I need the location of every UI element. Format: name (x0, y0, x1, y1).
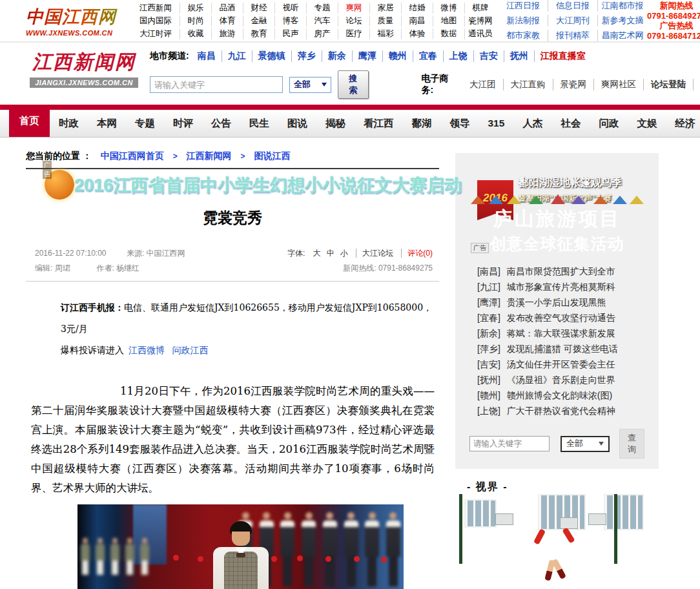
channel-link[interactable]: 财经 (243, 3, 274, 14)
channel-link[interactable]: 娱乐 (180, 3, 211, 14)
city-link[interactable]: 景德镇 (252, 50, 292, 62)
header-search-category-select[interactable]: 全部 (289, 77, 331, 93)
city-link[interactable]: 宜春 (413, 50, 444, 62)
channel-link[interactable]: 爽网 (338, 3, 369, 14)
channel-link[interactable]: 收藏 (180, 28, 211, 39)
channel-link[interactable]: 通讯员 (464, 28, 496, 39)
header-search-input[interactable] (150, 76, 283, 93)
weibo-link[interactable]: 江西微博 (129, 345, 165, 355)
city-link[interactable]: 新余 (322, 50, 353, 62)
channel-link[interactable]: 体育 (211, 16, 243, 26)
nav-item[interactable]: 专题 (126, 110, 164, 137)
nav-item[interactable]: 鄱湖 (403, 110, 441, 137)
channel-link[interactable]: 体验 (401, 28, 433, 39)
news-link[interactable]: 城市形象宣传片亮相莫斯科 (507, 282, 615, 292)
city-link[interactable]: 赣州 (383, 50, 413, 62)
channel-link[interactable]: 论坛 (338, 16, 369, 26)
list-item[interactable]: [赣州]赣州旅博会文化韵味浓(图) (477, 388, 644, 403)
newspaper-link[interactable]: 江南都市报 (597, 0, 647, 12)
news-link[interactable]: 汤文仙任井开区管委会主任 (507, 359, 615, 369)
sidebar-search-category-select[interactable]: 全部 (561, 436, 610, 452)
list-item[interactable]: [南昌]南昌市限贷范围扩大到全市 (477, 264, 644, 279)
channel-link[interactable]: 品酒 (211, 3, 243, 14)
live-room-link[interactable]: 江报直播室 (540, 50, 586, 62)
channel-link[interactable]: 质量 (369, 16, 401, 26)
channel-link[interactable]: 教育 (243, 28, 274, 39)
font-size-option[interactable]: 小 (340, 249, 348, 258)
nav-item[interactable]: 时评 (164, 110, 202, 137)
newspaper-link[interactable]: 信息日报 (548, 0, 597, 12)
jxnews-logo[interactable]: 江西新闻网 JIANGXI.JXNEWS.COM.CN (30, 49, 138, 88)
channel-link[interactable]: 家居 (369, 3, 401, 14)
ecommerce-link[interactable]: 景瓷网 (553, 79, 595, 90)
newspaper-link[interactable]: 江西日报 (499, 0, 548, 12)
nav-item[interactable]: 看江西 (355, 110, 403, 137)
news-link[interactable]: 《汤显祖》音乐剧走向世界 (507, 375, 615, 385)
nav-item[interactable]: 领导 (441, 110, 479, 137)
channel-link[interactable]: 南昌 (401, 16, 433, 26)
nav-item[interactable]: 本网 (88, 110, 126, 137)
news-link[interactable]: 南昌市限贷范围扩大到全市 (507, 266, 615, 276)
city-link[interactable]: 上饶 (444, 50, 474, 62)
list-item[interactable]: [九江]城市形象宣传片亮相莫斯科 (477, 279, 644, 294)
channel-link[interactable]: 民声 (274, 28, 306, 39)
header-search-button[interactable]: 搜索 (338, 70, 368, 99)
nav-item[interactable]: 经济 (666, 110, 700, 137)
channel-link[interactable]: 大江时评 (132, 28, 180, 39)
list-item[interactable]: [新余]蒋斌：靠大联强谋求新发展 (477, 326, 644, 341)
newspaper-link[interactable]: 新法制报 (499, 15, 548, 26)
list-item[interactable]: [鹰潭]贵溪一小学后山发现黑熊 (477, 294, 644, 310)
channel-link[interactable]: 瓷博网 (464, 16, 496, 26)
list-item[interactable]: [宜春]发布改善空气攻坚行动通告 (477, 310, 644, 326)
newspaper-link[interactable]: 新参考文摘 (597, 15, 647, 26)
sidebar-search-input[interactable] (469, 436, 550, 451)
newspaper-link[interactable]: 昌南艺术网 (597, 30, 647, 41)
list-item[interactable]: [吉安]汤文仙任井开区管委会主任 (477, 356, 644, 372)
channel-link[interactable]: 福彩 (369, 28, 401, 39)
newspaper-link[interactable]: 大江周刊 (548, 15, 597, 26)
nav-item[interactable]: 问政 (590, 110, 628, 137)
sidebar-search-button[interactable]: 查询 (619, 429, 644, 459)
list-item[interactable]: [抚州]《汤显祖》音乐剧走向世界 (477, 372, 644, 388)
newspaper-link[interactable]: 都市家教 (499, 30, 548, 41)
nav-item[interactable]: 文娱 (628, 110, 666, 137)
channel-link[interactable]: 视听 (274, 3, 306, 14)
news-link[interactable]: 蒋斌：靠大联强谋求新发展 (507, 328, 615, 338)
sidebar-ad-lushan[interactable]: 庐山旅游项目 创意全球征集活动 广告 (469, 206, 644, 254)
channel-link[interactable]: 地图 (433, 16, 464, 26)
city-link[interactable]: 九江 (222, 50, 252, 62)
wenzheng-link[interactable]: 问政江西 (172, 345, 208, 355)
font-size-option[interactable]: 大 (313, 249, 321, 258)
channel-link[interactable]: 房产 (306, 28, 338, 39)
list-item[interactable]: [上饶]广大干群热议省党代会精神 (477, 403, 644, 418)
channel-link[interactable]: 专题 (306, 3, 338, 14)
nav-item[interactable]: 民生 (240, 110, 278, 137)
breadcrumb-link-home[interactable]: 中国江西网首页 (101, 150, 164, 161)
city-link[interactable]: 抚州 (504, 50, 535, 62)
city-link[interactable]: 萍乡 (292, 50, 322, 62)
newspaper-link[interactable]: 报刊精萃 (548, 30, 597, 41)
portal-logo[interactable]: 中国江西网 WWW.JXNEWS.COM.CN (26, 5, 128, 37)
channel-link[interactable]: 旅游 (211, 28, 243, 39)
nav-item[interactable]: 图说 (278, 110, 316, 137)
channel-link[interactable]: 金融 (243, 16, 274, 26)
comments-link[interactable]: 评论(0) (401, 249, 433, 258)
channel-link[interactable]: 博客 (274, 16, 306, 26)
breadcrumb-link-news[interactable]: 江西新闻网 (187, 150, 232, 161)
nav-item[interactable]: 首页 (9, 105, 50, 137)
nav-item[interactable]: 人杰 (513, 110, 551, 137)
news-link[interactable]: 发布改善空气攻坚行动通告 (507, 313, 615, 323)
channel-link[interactable]: 数据 (433, 28, 464, 39)
list-item[interactable]: [萍乡]发现乱捕滥猎 可拨这些电话 (477, 341, 644, 356)
font-size-option[interactable]: 中 (327, 249, 335, 258)
ecommerce-link[interactable]: 爽网社区 (594, 79, 644, 90)
channel-link[interactable]: 时尚 (180, 16, 211, 26)
channel-link[interactable]: 棋牌 (464, 3, 496, 14)
news-link[interactable]: 赣州旅博会文化韵味浓(图) (507, 390, 612, 400)
news-link[interactable]: 广大干群热议省党代会精神 (507, 406, 615, 416)
breadcrumb-link-section[interactable]: 图说江西 (254, 150, 290, 161)
city-link[interactable]: 鹰潭 (353, 50, 383, 62)
news-link[interactable]: 发现乱捕滥猎 可拨这些电话 (507, 344, 618, 354)
channel-link[interactable]: 国内国际 (132, 16, 180, 26)
city-link[interactable]: 南昌 (192, 50, 222, 62)
